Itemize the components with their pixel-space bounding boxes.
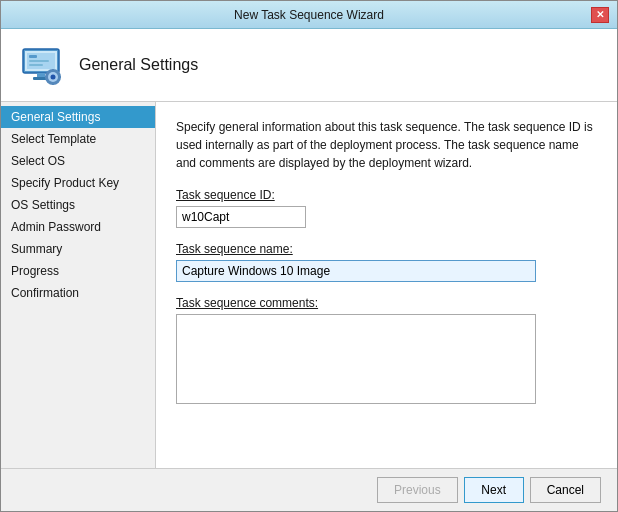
- cancel-button[interactable]: Cancel: [530, 477, 601, 503]
- next-button[interactable]: Next: [464, 477, 524, 503]
- sidebar: General Settings Select Template Select …: [1, 102, 156, 468]
- svg-rect-3: [29, 55, 37, 58]
- task-sequence-id-label: Task sequence ID:: [176, 188, 597, 202]
- sidebar-item-summary[interactable]: Summary: [1, 238, 155, 260]
- sidebar-item-specify-product-key[interactable]: Specify Product Key: [1, 172, 155, 194]
- sidebar-item-os-settings[interactable]: OS Settings: [1, 194, 155, 216]
- task-sequence-id-input[interactable]: [176, 206, 306, 228]
- main-content: Specify general information about this t…: [156, 102, 617, 468]
- wizard-window: New Task Sequence Wizard ✕: [0, 0, 618, 512]
- page-title: General Settings: [79, 56, 198, 74]
- svg-rect-5: [29, 64, 43, 66]
- footer: Previous Next Cancel: [1, 468, 617, 511]
- svg-rect-13: [45, 76, 48, 78]
- svg-rect-4: [29, 60, 49, 62]
- sidebar-item-select-os[interactable]: Select OS: [1, 150, 155, 172]
- task-sequence-name-input[interactable]: [176, 260, 536, 282]
- svg-rect-14: [58, 76, 61, 78]
- sidebar-item-progress[interactable]: Progress: [1, 260, 155, 282]
- header-icon: [17, 41, 65, 89]
- sidebar-item-general-settings[interactable]: General Settings: [1, 106, 155, 128]
- task-sequence-comments-group: Task sequence comments:: [176, 296, 597, 407]
- close-button[interactable]: ✕: [591, 7, 609, 23]
- window-title: New Task Sequence Wizard: [27, 8, 591, 22]
- sidebar-item-confirmation[interactable]: Confirmation: [1, 282, 155, 304]
- task-sequence-name-group: Task sequence name:: [176, 242, 597, 282]
- svg-rect-12: [52, 82, 54, 85]
- description-text: Specify general information about this t…: [176, 118, 597, 172]
- sidebar-item-select-template[interactable]: Select Template: [1, 128, 155, 150]
- svg-point-10: [51, 75, 56, 80]
- main-layout: General Settings General Settings Select…: [1, 29, 617, 511]
- title-bar: New Task Sequence Wizard ✕: [1, 1, 617, 29]
- sidebar-item-admin-password[interactable]: Admin Password: [1, 216, 155, 238]
- svg-rect-11: [52, 69, 54, 72]
- previous-button[interactable]: Previous: [377, 477, 458, 503]
- task-sequence-comments-label: Task sequence comments:: [176, 296, 597, 310]
- task-sequence-id-group: Task sequence ID:: [176, 188, 597, 228]
- header-section: General Settings: [1, 29, 617, 102]
- task-sequence-name-label: Task sequence name:: [176, 242, 597, 256]
- task-sequence-comments-input[interactable]: [176, 314, 536, 404]
- body-area: General Settings Select Template Select …: [1, 102, 617, 468]
